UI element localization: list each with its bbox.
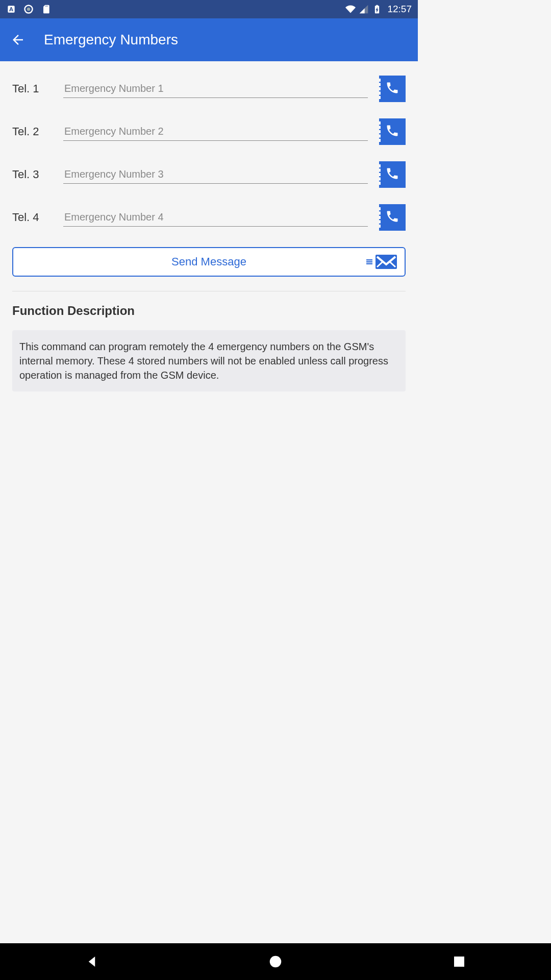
back-button[interactable] [10, 32, 26, 47]
signal-icon [359, 4, 369, 14]
tel-label-1: Tel. 1 [12, 82, 52, 95]
tel-input-2[interactable] [63, 122, 368, 141]
page-title: Emergency Numbers [44, 32, 178, 48]
contacts-button-3[interactable] [379, 161, 406, 188]
tel-label-3: Tel. 3 [12, 168, 52, 181]
wifi-icon [345, 4, 356, 14]
status-bar: A 12:57 [0, 0, 418, 18]
send-message-button[interactable]: Send Message [12, 247, 406, 277]
svg-point-3 [27, 8, 31, 11]
circle-icon [23, 4, 34, 14]
status-time: 12:57 [387, 4, 412, 15]
phone-icon [385, 209, 399, 226]
phone-icon [385, 166, 399, 183]
contacts-button-2[interactable] [379, 118, 406, 145]
tel-label-4: Tel. 4 [12, 211, 52, 224]
main-content: Tel. 1 Tel. 2 Tel. 3 Tel. 4 [0, 61, 418, 406]
keyboard-icon: A [6, 4, 16, 14]
phone-icon [385, 81, 399, 97]
contacts-button-1[interactable] [379, 76, 406, 102]
description-title: Function Description [12, 304, 406, 318]
svg-text:A: A [9, 6, 14, 12]
app-bar: Emergency Numbers [0, 18, 418, 61]
tel-input-4[interactable] [63, 208, 368, 227]
tel-row-2: Tel. 2 [12, 118, 406, 145]
description-body: This command can program remotely the 4 … [12, 330, 406, 391]
tel-row-1: Tel. 1 [12, 76, 406, 102]
tel-row-3: Tel. 3 [12, 161, 406, 188]
status-right-icons: 12:57 [345, 4, 412, 15]
battery-charging-icon [372, 4, 382, 14]
divider [12, 291, 406, 291]
send-button-label: Send Message [171, 255, 246, 268]
send-message-icon [365, 254, 397, 270]
tel-label-2: Tel. 2 [12, 125, 52, 138]
phone-icon [385, 124, 399, 140]
tel-input-3[interactable] [63, 165, 368, 184]
tel-row-4: Tel. 4 [12, 204, 406, 231]
contacts-button-4[interactable] [379, 204, 406, 231]
status-left-icons: A [6, 4, 51, 14]
sd-card-icon [41, 4, 51, 14]
tel-input-1[interactable] [63, 80, 368, 98]
